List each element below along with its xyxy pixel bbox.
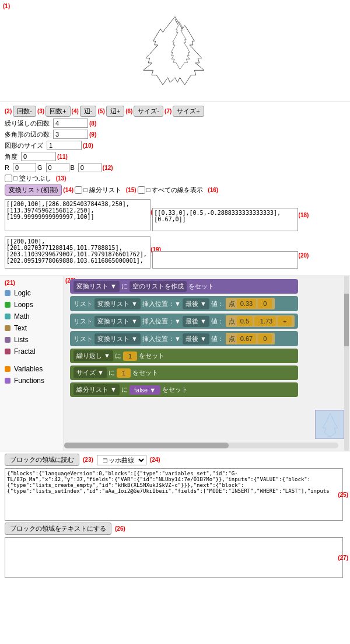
btn-repeat-plus[interactable]: 回数+ [46,106,70,117]
blockly-canvas[interactable]: (22) 変換リスト ▼ に 空のリストを作成 をセット リスト 変換リスト ▼… [64,276,350,451]
btn-repeat-minus[interactable]: 回数- [13,106,36,117]
sidebar-item-logic[interactable]: Logic [0,287,64,299]
block-inner-11: 線分リスト ▼ [74,384,120,395]
block-inner-9: 繰り返し ▼ [74,350,113,361]
ann4: (4) [72,108,79,114]
sidebar: (21) Logic Loops Math Text Lists Fractal [0,276,64,451]
block-num-1-2[interactable]: 0 [258,299,272,308]
sidebar-label-logic: Logic [14,289,31,297]
block-op-2[interactable]: ÷ [278,316,292,326]
ann7: (7) [164,108,172,114]
block-inner-2: 空のリストを作成 [130,281,187,292]
vertical-scrollbar[interactable] [344,276,349,451]
block-set-list-empty[interactable]: 変換リスト ▼ に 空のリストを作成 をセット [70,279,298,294]
sidebar-item-variables[interactable]: Variables [0,363,64,375]
segment-list-checkbox[interactable] [75,186,82,194]
curve-select[interactable]: コッホ曲線 [97,455,146,465]
size-label: 図形のサイズ [5,141,43,150]
sidebar-item-lists[interactable]: Lists [0,334,64,346]
block-set-size[interactable]: サイズ ▼ に 1 をセット [70,365,298,380]
sidebar-label-functions: Functions [14,377,44,385]
fill-checkbox[interactable] [5,175,12,182]
math-dot [5,314,10,319]
functions-dot [5,378,10,384]
block-num-2-2[interactable]: -1.73 [254,316,276,326]
canvas-annotation: (1) [3,3,10,9]
ann10: (10) [83,142,93,149]
sidebar-label-lists: Lists [14,336,29,344]
angle-input[interactable] [21,152,56,161]
ann6: (6) [125,108,132,114]
canvas-area: (1) [0,0,350,102]
ann20: (20) [299,252,309,259]
fractal-dot [5,349,10,354]
angle-label: 角度 [5,152,18,161]
ann14: (14) [63,187,74,193]
block-inner-8: 最後 ▼ [183,333,209,344]
horizontal-scrollbar[interactable] [64,443,338,448]
controls-area: (2) 回数- (3) 回数+ (4) 辺- (5) 辺+ (6) サイズ- (… [0,102,350,276]
fractal-canvas [117,7,233,95]
block-inner-10: サイズ ▼ [74,367,107,378]
logic-dot [5,290,10,296]
ann11: (11) [57,154,68,160]
sidebar-item-loops[interactable]: Loops [0,299,64,311]
sidebar-item-fractal[interactable]: Fractal [0,346,64,357]
output-textarea[interactable] [5,537,343,578]
block-set-repeat[interactable]: 繰り返し ▼ に 1 をセット [70,349,298,363]
block-inner-5: 変換リスト ▼ [94,316,141,327]
sidebar-label-fractal: Fractal [14,347,36,356]
sidebar-label-text: Text [14,324,27,332]
sidebar-item-math[interactable]: Math [0,311,64,322]
textarea4[interactable] [152,251,298,269]
block-container: 変換リスト ▼ に 空のリストを作成 をセット リスト 変換リスト ▼ 挿入位置… [70,279,298,397]
show-all-checkbox[interactable] [138,186,145,194]
sidebar-item-functions[interactable]: Functions [0,375,64,387]
block-value-1[interactable]: 点 0.33 0 [226,298,275,309]
block-value-3[interactable]: 点 0.67 0 [226,333,275,344]
block-num-1-1[interactable]: 0.33 [237,299,256,308]
block-num-3-2[interactable]: 0 [258,334,272,343]
ann15: (15) [126,187,136,193]
block-list-insert-2[interactable]: リスト 変換リスト ▼ 挿入位置：▼ 最後 ▼ 値： 点 0.5 -1.73 ÷ [70,314,298,329]
transform-list-btn[interactable]: 変換リスト(初期) [5,185,62,196]
repeat-label: 繰り返しの回数 [5,119,50,128]
size-input[interactable] [47,141,82,150]
g-label: G [37,164,43,171]
btn-side-minus[interactable]: 辺- [80,106,97,117]
read-region-btn[interactable]: ブロックの領域に読む [5,454,79,466]
textarea3[interactable]: [[200,100],[201.02703771288145,101.77888… [5,236,150,269]
ann24: (24) [150,457,160,463]
block-num-2-1[interactable]: 0.5 [237,316,253,326]
sidebar-label-loops: Loops [14,301,33,309]
g-input[interactable] [46,163,69,172]
ann2: (2) [5,108,12,114]
segment-list-label: □ 線分リスト [83,186,121,194]
ann16: (16) [208,187,218,193]
r-label: R [5,164,9,171]
btn-side-plus[interactable]: 辺+ [106,106,124,117]
block-list-insert-3[interactable]: リスト 変換リスト ▼ 挿入位置：▼ 最後 ▼ 値： 点 0.67 0 [70,331,298,346]
r-input[interactable] [13,163,36,172]
block-list-insert-1[interactable]: リスト 変換リスト ▼ 挿入位置：▼ 最後 ▼ 値： 点 0.33 0 [70,296,298,311]
sidebar-label-variables: Variables [14,365,43,373]
b-input[interactable] [78,163,102,172]
block-num-repeat[interactable]: 1 [123,351,137,361]
textarea1[interactable]: [[200,100],[286.8025403784438,250],[113.… [5,199,150,231]
ann3: (3) [37,108,44,114]
btn-size-plus[interactable]: サイズ+ [173,106,204,117]
repeat-input[interactable] [53,119,88,128]
btn-size-minus[interactable]: サイズ- [134,106,163,117]
block-value-2[interactable]: 点 0.5 -1.73 ÷ [226,315,295,327]
json-textarea[interactable]: {"blocks":{"languageVersion":0,"blocks":… [5,468,343,521]
ann26: (26) [115,525,125,532]
ann13: (13) [56,175,66,182]
block-false-val[interactable]: false ▼ [130,385,160,395]
block-set-segment[interactable]: 線分リスト ▼ に false ▼ をセット [70,382,298,397]
textarea2[interactable]: [[0.33,0],[0.5,-0.2888333333333333],[0.6… [152,208,298,231]
block-num-3-1[interactable]: 0.67 [237,334,256,343]
sidebar-item-text[interactable]: Text [0,322,64,334]
to-text-btn[interactable]: ブロックの領域をテキストにする [5,523,111,535]
sides-input[interactable] [53,130,88,139]
block-num-size[interactable]: 1 [117,368,131,378]
